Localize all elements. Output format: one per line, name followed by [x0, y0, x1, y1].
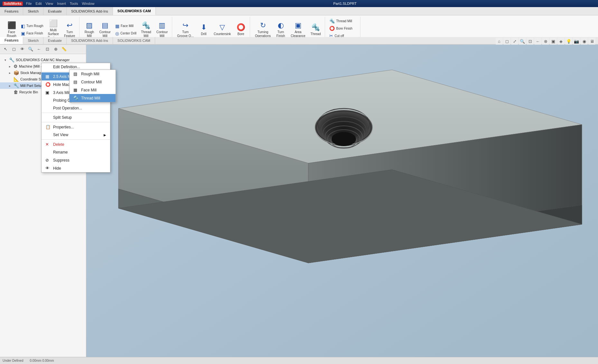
- multi-surface-icon: ⬜: [49, 19, 58, 28]
- ctx-properties[interactable]: 📋 Properties...: [42, 123, 110, 131]
- tab-bar: Features Sketch Evaluate SOLIDWORKS Add-…: [0, 37, 598, 45]
- tool-hide[interactable]: 👁: [19, 45, 26, 52]
- rough-mill-icon: ▨: [86, 21, 93, 30]
- thread-mill-right-btn[interactable]: 🔩 Thread Mill: [328, 17, 353, 24]
- vp-zoom-fit-btn[interactable]: ⤢: [511, 38, 518, 45]
- solidworks-logo: SolidWorks: [3, 2, 23, 6]
- tool-prev[interactable]: ←: [35, 45, 42, 52]
- vp-section-btn[interactable]: ⊗: [542, 38, 549, 45]
- title-bar: SolidWorks File Edit View Insert Tools W…: [0, 0, 598, 7]
- tab-features-panel[interactable]: Features: [0, 37, 23, 44]
- tool-section[interactable]: ⊡: [44, 45, 51, 52]
- tree-nc-manager[interactable]: ▾ 🔧 SOLIDWORKS CAM NC Manager: [0, 57, 86, 63]
- face-finish-btn[interactable]: ▣ Face Finish: [19, 30, 45, 37]
- vp-prev-view-btn[interactable]: ←: [534, 38, 541, 45]
- ctx-sep4: [42, 139, 110, 140]
- tool-zoom[interactable]: 🔍: [27, 45, 34, 52]
- thread-mill-icon: 🔩: [142, 21, 150, 30]
- ctx-suppress[interactable]: ⊘ Suppress: [42, 156, 110, 164]
- tab-sketch-panel[interactable]: Sketch: [23, 37, 43, 44]
- vp-camera-btn[interactable]: 📷: [573, 38, 580, 45]
- menu-window[interactable]: Window: [82, 2, 94, 5]
- app-logo: SolidWorks: [3, 2, 23, 6]
- turning-ops-icon: ↻: [260, 21, 266, 30]
- status-bar: Under Defined 0.00mm 0.00mm: [0, 357, 598, 364]
- ctx-split[interactable]: Split Setup: [42, 114, 110, 121]
- status-coords: 0.00mm 0.00mm: [30, 359, 54, 362]
- ctx-sep3: [42, 122, 110, 122]
- menu-tools[interactable]: Tools: [70, 2, 78, 5]
- ctx-hide[interactable]: 👁 Hide: [42, 164, 110, 172]
- turn-rough-btn[interactable]: ◧ Turn Rough: [19, 23, 45, 30]
- ctx-delete[interactable]: ✕ Delete: [42, 140, 110, 148]
- vp-hide-btn[interactable]: ◉: [581, 38, 588, 45]
- bore-icon: ⭕: [237, 23, 245, 32]
- menu-bar[interactable]: File Edit View Insert Tools Window: [26, 2, 95, 5]
- viewport-toolbar: ⌂ ◻ ⤢ 🔍 ⊡ ← ⊗ ▣ ◈ 💡 📷 ◉ 🖥: [496, 38, 595, 45]
- tab-features[interactable]: Features: [0, 7, 23, 15]
- sub-rough-mill[interactable]: ▨ Rough Mill: [70, 70, 116, 78]
- tool-view[interactable]: ◻: [10, 45, 17, 52]
- face-rough-icon: ⬛: [7, 21, 16, 30]
- tab-addins-panel[interactable]: SOLIDWORKS Add-Ins: [67, 37, 113, 44]
- sub-thread-mill[interactable]: 🔩 Thread Mill: [70, 94, 116, 102]
- 3d-viewport: [86, 44, 598, 364]
- window-title: Part1.SLDPRT: [333, 2, 357, 5]
- sub-face-mill[interactable]: ▦ Face Mill: [70, 86, 116, 94]
- center-drill-btn[interactable]: ◎ Center Drill: [114, 30, 138, 37]
- tab-addins[interactable]: SOLIDWORKS Add-Ins: [67, 7, 113, 15]
- tab-sketch[interactable]: Sketch: [23, 7, 43, 15]
- tool-magnet[interactable]: ⊕: [52, 45, 59, 52]
- countersink-icon: ▽: [220, 23, 225, 32]
- contour-mill-icon: ▤: [102, 21, 108, 30]
- vp-monitor-btn[interactable]: 🖥: [588, 38, 595, 45]
- svg-point-17: [332, 132, 356, 146]
- ctx-sep2: [42, 113, 110, 113]
- ctx-rename[interactable]: Rename: [42, 148, 110, 156]
- panel-toolbar: ↖ ◻ 👁 🔍 ← ⊡ ⊕ 📏: [0, 44, 86, 54]
- vp-materials-btn[interactable]: ◈: [557, 38, 565, 45]
- ctx-post[interactable]: Post Operation...: [42, 104, 110, 112]
- vp-orient-btn[interactable]: ◻: [503, 38, 510, 45]
- vp-display-btn[interactable]: ▣: [550, 38, 557, 45]
- status-text: Under Defined: [3, 359, 23, 362]
- vp-home-btn[interactable]: ⌂: [496, 38, 503, 45]
- turn-finish-icon: ◐: [278, 21, 284, 30]
- sub-contour-mill[interactable]: ▤ Contour Mill: [70, 78, 116, 86]
- ribbon-tabs: Features Sketch Evaluate SOLIDWORKS Add-…: [0, 7, 598, 15]
- tab-evaluate[interactable]: Evaluate: [43, 7, 67, 15]
- area-clearance-icon: ▣: [295, 21, 302, 30]
- bore-finish-btn[interactable]: ⭕ Bore Finish: [328, 25, 354, 32]
- vp-lights-btn[interactable]: 💡: [565, 38, 572, 45]
- contour-mill2-icon: ▥: [159, 21, 165, 30]
- menu-file[interactable]: File: [26, 2, 32, 5]
- turn-groove-icon: ↪: [182, 21, 188, 30]
- tab-cam[interactable]: SOLIDWORKS CAM: [113, 7, 156, 15]
- tab-cam-panel[interactable]: SOLIDWORKS CAM: [113, 37, 155, 44]
- menu-insert[interactable]: Insert: [57, 2, 66, 5]
- viewport[interactable]: [86, 44, 598, 364]
- turn-feature-icon: ↩: [67, 21, 72, 30]
- tab-evaluate-panel[interactable]: Evaluate: [43, 37, 67, 44]
- menu-view[interactable]: View: [46, 2, 53, 5]
- tool-arrow[interactable]: ↖: [2, 45, 9, 52]
- drill-icon: ⬇: [201, 23, 207, 32]
- tool-measure[interactable]: 📏: [61, 45, 68, 52]
- vp-search-btn[interactable]: 🔍: [519, 38, 526, 45]
- thread-icon: 🔩: [311, 23, 320, 32]
- face-mill-btn[interactable]: ▦ Face Mill: [114, 23, 138, 30]
- submenu-25axis: ▨ Rough Mill ▤ Contour Mill ▦ Face Mill …: [69, 70, 116, 102]
- ctx-set-view[interactable]: Set View ▶: [42, 131, 110, 139]
- menu-edit[interactable]: Edit: [36, 2, 42, 5]
- vp-zoom-area-btn[interactable]: ⊡: [527, 38, 534, 45]
